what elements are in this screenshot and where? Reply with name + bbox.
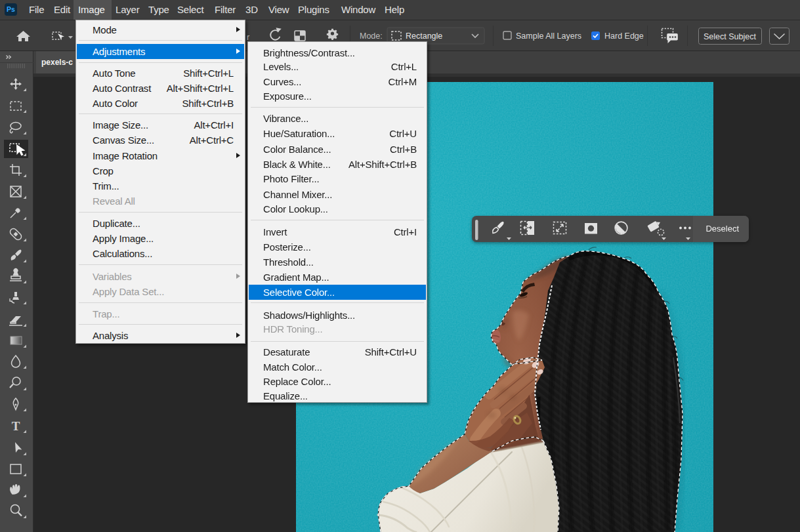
svg-text:T: T <box>12 419 20 433</box>
svg-text:Mode:: Mode: <box>360 31 383 41</box>
svg-text:r: r <box>247 33 249 42</box>
svg-text:Select Subject: Select Subject <box>704 32 756 41</box>
svg-text:Hard Edge: Hard Edge <box>604 31 644 41</box>
svg-text:Sample All Layers: Sample All Layers <box>516 31 581 41</box>
svg-text:Rectangle: Rectangle <box>406 31 442 41</box>
